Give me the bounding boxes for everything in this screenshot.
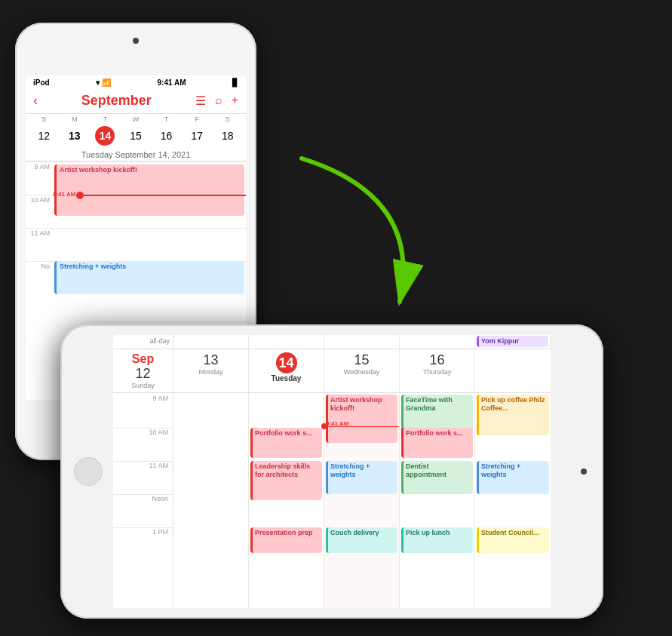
- time-label-noon: No­: [26, 262, 53, 270]
- col-day-wed: Wednesday: [327, 368, 396, 376]
- date-15[interactable]: 15: [121, 126, 152, 146]
- event-stretching-tue[interactable]: Stretching + weights: [326, 461, 397, 494]
- dates-row-portrait: 12 13 14 15 16 17 18: [26, 124, 246, 149]
- home-button-landscape[interactable]: [74, 457, 103, 486]
- event-couch-delivery-label: Couch delivery: [330, 529, 379, 536]
- event-pickup-coffee[interactable]: Pick up coffee Philz Coffee...: [477, 395, 549, 435]
- ipod-landscape: all-day Yom Kippur Sep 12 Sunday: [60, 324, 603, 619]
- event-facetime-label: FaceTime with Grandma: [406, 396, 453, 412]
- event-stretching-tue-label: Stretching + weights: [330, 462, 370, 478]
- event-leadership[interactable]: Leadership skills for architects: [250, 461, 322, 500]
- time-row-noon: No­: [26, 261, 246, 294]
- camera-landscape: [581, 469, 587, 475]
- calendar-body-landscape: 9 AM 10 AM 11 AM Noon 1 PM Portfolio wor…: [113, 393, 551, 608]
- date-16[interactable]: 16: [151, 126, 182, 146]
- time-slot-noon-l: Noon: [113, 494, 173, 527]
- all-day-col-sun: [173, 335, 249, 349]
- date-18[interactable]: 18: [212, 126, 243, 146]
- time-column-landscape: 9 AM 10 AM 11 AM Noon 1 PM: [113, 393, 173, 608]
- col-day-sun: Sunday: [116, 382, 170, 389]
- event-pickup-lunch-label: Pick up lunch: [406, 529, 450, 536]
- col-day-tue: Tuesday: [272, 374, 302, 383]
- date-13[interactable]: 13: [60, 126, 91, 146]
- battery-icon: ▊: [232, 78, 238, 87]
- event-student-council[interactable]: Student Council...: [477, 527, 549, 553]
- event-couch-delivery[interactable]: Couch delivery: [326, 527, 397, 553]
- event-dentist[interactable]: Dentist appointment: [401, 461, 473, 494]
- carrier-label: iPod: [33, 78, 50, 87]
- day-col-monday: Portfolio work s... Leadership skills fo…: [249, 393, 324, 608]
- col-date-14-today: 14: [276, 352, 297, 373]
- all-day-row: all-day Yom Kippur: [113, 335, 551, 349]
- date-14-today[interactable]: 14: [90, 126, 121, 146]
- col-date-16: 16: [403, 352, 471, 368]
- event-artist-workshop-l-label: Artist workshop kickoff!: [330, 396, 382, 412]
- col-day-mon: Monday: [176, 368, 245, 376]
- time-row-9am: 9 AM: [26, 161, 246, 195]
- event-presentation-prep-label: Presentation prep: [255, 529, 313, 536]
- day-col-tuesday: 9:41 AM Artist workshop kickoff! Stretch…: [324, 393, 400, 608]
- event-yom-kippur-label: Yom Kippur: [481, 337, 519, 345]
- event-portfolio-mon[interactable]: Portfolio work s...: [250, 428, 322, 458]
- col-header-15: 15 Wednesday: [324, 349, 400, 392]
- col-month-sep: Sep: [116, 352, 170, 366]
- col-date-12: 12: [116, 366, 170, 382]
- time-slot-9am-l: 9 AM: [113, 395, 173, 428]
- event-portfolio-wed[interactable]: Portfolio work s...: [401, 428, 473, 458]
- event-portfolio-wed-label: Portfolio work s...: [406, 429, 463, 437]
- list-icon[interactable]: ☰: [195, 94, 206, 108]
- header-icons: ☰ ⌕ +: [195, 94, 238, 108]
- time-grid-portrait: 9 AM 10 AM 11 AM No­ Artist workshop kic…: [26, 161, 246, 312]
- day-col-sunday: [173, 393, 249, 608]
- time-content-noon: [53, 262, 246, 294]
- month-title: September: [81, 93, 152, 109]
- time-row-10am: 10 AM: [26, 195, 246, 228]
- all-day-col-tue: [324, 335, 400, 349]
- col-date-13: 13: [176, 352, 245, 368]
- event-yom-kippur[interactable]: Yom Kippur: [477, 336, 548, 347]
- time-content-11am: [53, 229, 246, 261]
- calendar-header-landscape: Sep 12 Sunday 13 Monday 14 Tuesday 15 W: [113, 349, 551, 393]
- date-label-portrait: Tuesday September 14, 2021: [26, 149, 246, 161]
- event-pickup-coffee-label: Pick up coffee Philz Coffee...: [481, 396, 545, 412]
- time-label-11am: 11 AM: [26, 229, 53, 237]
- col-header-16: 16 Thursday: [400, 349, 475, 392]
- event-student-council-label: Student Council...: [481, 529, 539, 536]
- dow-wed: W: [121, 115, 152, 123]
- all-day-label: all-day: [113, 335, 173, 349]
- event-dentist-label: Dentist appointment: [406, 462, 446, 478]
- col-header-13: 13 Monday: [173, 349, 249, 392]
- time-content-10am: [53, 195, 246, 228]
- day-col-thursday: Pick up coffee Philz Coffee... Stretchin…: [475, 393, 551, 608]
- day-col-wednesday: FaceTime with Grandma Portfolio work s..…: [400, 393, 475, 608]
- time-slot-1pm-l: 1 PM: [113, 527, 173, 561]
- days-of-week-portrait: S M T W T F S: [26, 114, 246, 124]
- date-12[interactable]: 12: [29, 126, 60, 146]
- event-stretching-thu[interactable]: Stretching + weights: [477, 461, 549, 494]
- dow-thu: T: [151, 115, 182, 123]
- event-leadership-label: Leadership skills for architects: [255, 462, 310, 478]
- all-day-col-wed: [400, 335, 475, 349]
- time-label-10am: 10 AM: [26, 195, 53, 204]
- time-display: 9:41 AM: [157, 78, 186, 87]
- search-icon[interactable]: ⌕: [215, 94, 222, 108]
- all-day-col-mon: [249, 335, 324, 349]
- col-day-thu: Thursday: [403, 368, 471, 376]
- event-presentation-prep[interactable]: Presentation prep: [250, 527, 322, 553]
- all-day-col-thu: Yom Kippur: [475, 335, 551, 349]
- dow-sun: S: [29, 115, 60, 123]
- arrow-graphic: [287, 151, 437, 317]
- event-pickup-lunch[interactable]: Pick up lunch: [401, 527, 473, 553]
- event-artist-workshop-l[interactable]: Artist workshop kickoff!: [326, 395, 397, 443]
- col-header-14: 14 Tuesday: [249, 349, 324, 392]
- back-button[interactable]: ‹: [33, 93, 38, 109]
- dow-sat: S: [212, 115, 243, 123]
- landscape-screen: all-day Yom Kippur Sep 12 Sunday: [113, 335, 551, 608]
- event-stretching-thu-label: Stretching + weights: [481, 462, 520, 478]
- col-date-15: 15: [327, 352, 396, 368]
- date-17[interactable]: 17: [182, 126, 213, 146]
- time-row-11am: 11 AM: [26, 228, 246, 261]
- add-icon[interactable]: +: [232, 94, 238, 108]
- time-label-9am: 9 AM: [26, 162, 53, 171]
- calendar-landscape: all-day Yom Kippur Sep 12 Sunday: [113, 335, 551, 608]
